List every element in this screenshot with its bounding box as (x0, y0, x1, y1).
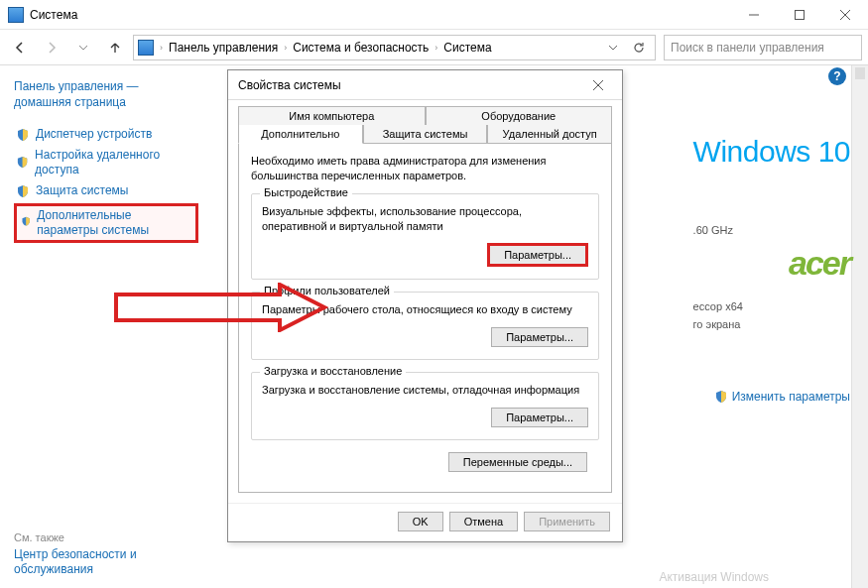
titlebar: Система (0, 0, 868, 30)
dialog-body: Имя компьютера Оборудование Дополнительн… (228, 100, 622, 503)
sidebar-item-label: Диспетчер устройств (36, 127, 152, 142)
svg-rect-1 (796, 10, 805, 19)
sidebar-item-label: Защита системы (36, 183, 128, 198)
minimize-button[interactable] (731, 0, 777, 30)
breadcrumb-item[interactable]: Панель управления (165, 41, 282, 55)
shield-icon (16, 156, 29, 170)
shield-icon (16, 184, 30, 198)
system-properties-dialog: Свойства системы Имя компьютера Оборудов… (227, 69, 623, 542)
tab-hardware[interactable]: Оборудование (426, 106, 613, 125)
sidebar-item-label: Настройка удаленного доступа (35, 148, 196, 177)
apply-button[interactable]: Применить (524, 512, 610, 531)
sidebar-item-device-manager[interactable]: Диспетчер устройств (14, 124, 198, 145)
spec-arch: ессор x64 (693, 300, 850, 312)
cancel-button[interactable]: Отмена (449, 512, 518, 531)
env-vars-button[interactable]: Переменные среды... (448, 452, 587, 472)
control-panel-icon (138, 40, 154, 56)
breadcrumb-item[interactable]: Система и безопасность (289, 41, 433, 55)
address-bar[interactable]: › Панель управления › Система и безопасн… (133, 35, 656, 60)
dialog-close-button[interactable] (584, 74, 612, 96)
group-text: Параметры рабочего стола, относящиеся ко… (262, 302, 588, 317)
shield-icon (16, 128, 30, 142)
spec-cpu: .60 GHz (693, 224, 850, 236)
breadcrumb-item[interactable]: Система (439, 41, 495, 55)
group-startup: Загрузка и восстановление Загрузка и вос… (251, 372, 599, 440)
address-dropdown[interactable] (601, 36, 625, 59)
profiles-settings-button[interactable]: Параметры... (491, 327, 588, 347)
windows-brand: Windows 10 (693, 135, 850, 169)
shield-icon (714, 390, 728, 404)
search-placeholder: Поиск в панели управления (671, 41, 824, 55)
acer-logo: acer (693, 244, 850, 283)
maximize-button[interactable] (777, 0, 822, 30)
spec-screen: го экрана (693, 318, 850, 330)
activation-watermark: Активация Windows (659, 570, 769, 584)
tab-advanced[interactable]: Дополнительно (238, 125, 363, 144)
tab-remote[interactable]: Удаленный доступ (487, 125, 612, 144)
sidebar-item-protection[interactable]: Защита системы (14, 180, 198, 201)
see-also-label: См. также (14, 531, 208, 543)
see-also-link[interactable]: Центр безопасности и обслуживания (14, 547, 208, 578)
ok-button[interactable]: OK (398, 512, 443, 531)
chevron-right-icon: › (434, 43, 437, 53)
change-settings-label: Изменить параметры (732, 390, 850, 404)
tab-computer-name[interactable]: Имя компьютера (238, 106, 426, 125)
tab-protection[interactable]: Защита системы (363, 125, 488, 144)
sidebar: Панель управления — домашняя страница Ди… (0, 65, 208, 588)
sidebar-item-label: Дополнительные параметры системы (37, 208, 191, 238)
dialog-titlebar: Свойства системы (228, 70, 622, 100)
startup-settings-button[interactable]: Параметры... (491, 408, 588, 427)
performance-settings-button[interactable]: Параметры... (487, 243, 588, 267)
group-legend: Загрузка и восстановление (260, 365, 406, 377)
change-settings-link[interactable]: Изменить параметры (693, 390, 850, 404)
tab-strip: Имя компьютера Оборудование Дополнительн… (238, 106, 612, 144)
help-icon[interactable]: ? (828, 67, 846, 85)
recent-dropdown[interactable] (69, 34, 97, 61)
chevron-right-icon: › (284, 43, 287, 53)
window-title: Система (30, 8, 77, 22)
forward-button[interactable] (38, 34, 65, 61)
group-legend: Быстродействие (260, 186, 352, 198)
search-input[interactable]: Поиск в панели управления (664, 35, 862, 60)
chevron-right-icon: › (160, 43, 163, 53)
group-performance: Быстродействие Визуальные эффекты, испол… (251, 193, 599, 281)
toolbar: › Панель управления › Система и безопасн… (0, 30, 868, 65)
admin-note: Необходимо иметь права администратора дл… (251, 154, 599, 183)
tab-content-advanced: Необходимо иметь права администратора дл… (238, 144, 612, 493)
app-icon (8, 7, 24, 23)
see-also: См. также Центр безопасности и обслужива… (14, 531, 208, 578)
close-button[interactable] (822, 0, 868, 30)
group-text: Загрузка и восстановление системы, отлад… (262, 383, 588, 398)
system-info: Windows 10 .60 GHz acer ессор x64 го экр… (693, 135, 850, 404)
group-legend: Профили пользователей (260, 285, 394, 296)
group-profiles: Профили пользователей Параметры рабочего… (251, 292, 599, 360)
scrollbar[interactable] (851, 65, 868, 588)
shield-icon (21, 216, 31, 230)
up-button[interactable] (101, 34, 129, 61)
group-text: Визуальные эффекты, использование процес… (262, 204, 588, 234)
dialog-title: Свойства системы (238, 78, 341, 92)
refresh-button[interactable] (627, 36, 651, 59)
sidebar-item-advanced[interactable]: Дополнительные параметры системы (14, 203, 198, 243)
sidebar-item-remote[interactable]: Настройка удаленного доступа (14, 145, 198, 180)
control-panel-home-link[interactable]: Панель управления — домашняя страница (14, 79, 198, 110)
dialog-buttons: OK Отмена Применить (228, 503, 622, 541)
back-button[interactable] (6, 34, 34, 61)
